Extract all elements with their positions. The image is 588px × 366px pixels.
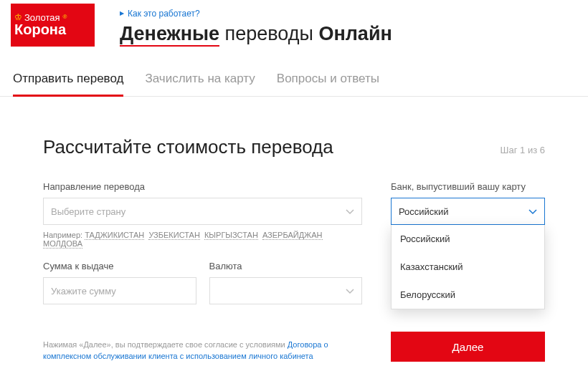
step-indicator: Шаг 1 из 6 [501, 145, 545, 155]
amount-label: Сумма к выдаче [43, 261, 196, 271]
chevron-down-icon [346, 286, 354, 297]
logo-line1: Золотая [24, 13, 60, 23]
country-select[interactable]: Выберите страну [43, 198, 362, 225]
logo[interactable]: ♔ Золотая ® Корона [11, 4, 95, 47]
amount-placeholder: Укажите сумму [51, 286, 116, 297]
crown-icon: ♔ [14, 13, 22, 22]
direction-hint: Например: ТАДЖИКИСТАН УЗБЕКИСТАН КЫРГЫЗС… [43, 231, 362, 248]
bank-selected: Российский [399, 206, 449, 217]
logo-line2: Корона [14, 22, 95, 37]
bank-option[interactable]: Казахстанский [392, 253, 544, 281]
tab-send[interactable]: Отправить перевод [13, 72, 123, 97]
bank-select[interactable]: Российский [391, 198, 545, 225]
chevron-down-icon [528, 206, 537, 217]
direction-label: Направление перевода [43, 181, 362, 192]
country-placeholder: Выберите страну [51, 206, 125, 217]
tab-faq[interactable]: Вопросы и ответы [277, 72, 379, 96]
bank-dropdown: РоссийскийКазахстанскийБелорусский [391, 225, 545, 309]
bank-label: Банк, выпустивший вашу карту [391, 181, 545, 192]
example-country[interactable]: ТАДЖИКИСТАН [85, 231, 144, 240]
example-country[interactable]: КЫРГЫЗСТАН [204, 231, 258, 240]
chevron-down-icon [346, 206, 354, 217]
page-title: Денежные переводы Онлайн [120, 23, 577, 45]
example-country[interactable]: АЗЕРБАЙДЖАН [262, 231, 323, 240]
step-title: Рассчитайте стоимость перевода [43, 136, 333, 158]
how-it-works-link[interactable]: ▶ Как это работает? [120, 9, 200, 19]
bank-option[interactable]: Российский [392, 225, 544, 253]
play-icon: ▶ [120, 10, 124, 16]
example-country[interactable]: УЗБЕКИСТАН [148, 231, 199, 240]
example-country[interactable]: МОЛДОВА [43, 239, 82, 249]
trademark-icon: ® [63, 14, 67, 20]
currency-select[interactable] [209, 277, 363, 304]
how-link-text: Как это работает? [128, 9, 200, 19]
currency-label: Валюта [209, 261, 363, 271]
bank-option[interactable]: Белорусский [392, 281, 544, 309]
next-button[interactable]: Далее [391, 332, 545, 362]
consent-text: Нажимая «Далее», вы подтверждаете свое с… [43, 339, 362, 362]
tabs: Отправить перевод Зачислить на карту Воп… [0, 47, 588, 97]
amount-input[interactable]: Укажите сумму [43, 277, 196, 304]
tab-credit-to-card[interactable]: Зачислить на карту [145, 72, 255, 96]
